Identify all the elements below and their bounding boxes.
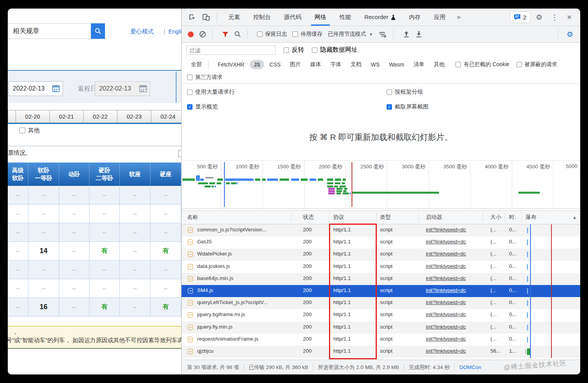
date-tab-partial[interactable] [8, 110, 16, 123]
checkbox-checked-icon[interactable]: ✓ [187, 104, 192, 110]
date-tab-02-23[interactable]: 02-23 [117, 110, 151, 123]
throttling-dropdown[interactable]: 已停用节流模式 ▼ [328, 31, 373, 38]
request-row-jquery.bgiframe.mi.js[interactable]: jquery.bgiframe.mi.js200http/1.1scriptin… [182, 309, 580, 321]
initiator-link[interactable]: init?linktypeid=dc [426, 348, 480, 354]
site-search-button[interactable] [91, 23, 105, 39]
capture-screenshots-checkbox[interactable]: ✓ 截取屏幕截图 [387, 103, 429, 110]
inspect-element-icon[interactable] [188, 13, 196, 21]
type-filter-JS[interactable]: JS [250, 60, 264, 69]
sort-ascending-icon[interactable]: ▲ [572, 215, 577, 220]
type-filter-全部[interactable]: 全部 [187, 59, 206, 70]
request-row-jquery.fly.min.js[interactable]: jquery.fly.min.js200http/1.1scriptinit?l… [182, 322, 580, 334]
close-devtools-icon[interactable]: × [562, 12, 576, 22]
network-conditions-icon[interactable] [378, 31, 387, 38]
devtools-tab-应用[interactable]: 应用 [427, 9, 452, 26]
filter-input[interactable]: 过滤 [186, 45, 276, 55]
request-row-queryLeftTicket_js.js?scriptV...[interactable]: queryLeftTicket_js.js?scriptV...200http/… [182, 297, 580, 309]
column-header-协议[interactable]: 协议 [333, 214, 344, 221]
initiator-link[interactable]: init?linktypeid=dc [426, 263, 480, 269]
type-filter-文档[interactable]: 文档 [347, 59, 366, 70]
column-header-瀑布[interactable]: 瀑布 [525, 214, 536, 221]
checkbox-icon[interactable] [455, 62, 461, 67]
site-search-input[interactable]: 相关规章 [9, 23, 91, 39]
request-row-base64js.min.js[interactable]: base64js.min.js200http/1.1scriptinit?lin… [182, 273, 580, 285]
more-options-icon[interactable]: ⋮ [548, 13, 562, 22]
devtools-tab-网络[interactable]: 网络 [308, 9, 333, 26]
type-filter-清单[interactable]: 清单 [410, 59, 428, 70]
initiator-link[interactable]: init?linktypeid=dc [426, 251, 480, 257]
date-tab-02-20[interactable]: 02-20 [16, 110, 50, 123]
blocked-cookies-checkbox[interactable]: 有已拦截的 Cookie [455, 61, 509, 68]
more-tabs-button[interactable]: » [453, 13, 464, 21]
blocked-requests-checkbox[interactable]: 被屏蔽的请求 [516, 61, 557, 68]
initiator-link[interactable]: init?linktypeid=dc [426, 287, 480, 293]
devtools-tab-Recorder[interactable]: Recorder [358, 9, 402, 26]
preserve-log-checkbox[interactable]: 保留日志 [257, 31, 287, 38]
checkbox-icon[interactable] [284, 47, 289, 53]
care-mode-link[interactable]: 爱心模式 [130, 28, 154, 35]
checkbox-icon[interactable] [187, 75, 192, 80]
network-settings-gear-icon[interactable]: ⚙ [562, 30, 580, 39]
hide-data-urls-checkbox[interactable]: 隐藏数据网址 [312, 46, 357, 54]
group-by-frame-checkbox[interactable]: 按框架分组 [387, 88, 423, 96]
filter-icon[interactable] [222, 31, 229, 37]
column-header-大小[interactable]: 大小 [490, 214, 501, 221]
settings-gear-icon[interactable]: ⚙ [531, 13, 547, 22]
checkbox-icon[interactable] [19, 128, 25, 133]
column-header-类型[interactable]: 类型 [380, 214, 391, 221]
devtools-tab-性能[interactable]: 性能 [333, 9, 358, 26]
type-filter-CSS[interactable]: CSS [266, 60, 285, 69]
initiator-link[interactable]: init?linktypeid=dc [426, 324, 480, 330]
column-header-启动器[interactable]: 启动器 [426, 214, 442, 221]
device-toolbar-icon[interactable] [202, 13, 210, 21]
request-row-qjzbjcu[interactable]: qjzbjcu200http/1.1scriptinit?linktypeid=… [182, 346, 580, 358]
search-network-icon[interactable] [234, 31, 241, 38]
request-row-GetJS[interactable]: GetJS200http/1.1scriptinit?linktypeid=dc… [182, 236, 580, 248]
initiator-link[interactable]: init?linktypeid=dc [426, 299, 480, 305]
initiator-link[interactable]: init?linktypeid=dc [426, 239, 480, 245]
request-row-data.jcokies.js[interactable]: data.jcokies.js200http/1.1scriptinit?lin… [182, 261, 580, 273]
column-header-名称[interactable]: 名称 [187, 214, 198, 221]
column-header-状态[interactable]: 状态 [303, 214, 314, 221]
import-har-icon[interactable] [403, 31, 410, 38]
type-filter-Wasm[interactable]: Wasm [385, 60, 408, 69]
request-row-requestAnimationFrame.js[interactable]: requestAnimationFrame.js200http/1.1scrip… [182, 334, 580, 346]
record-network-log-icon[interactable] [188, 31, 194, 37]
column-header-时.[interactable]: 时. [509, 214, 516, 221]
other-checkbox[interactable]: 其他 [19, 127, 40, 134]
checkbox-icon[interactable] [387, 89, 392, 95]
type-filter-其他[interactable]: 其他 [430, 59, 448, 70]
big-request-rows-checkbox[interactable]: 使用大量请求行 [187, 88, 235, 96]
type-filter-WS[interactable]: WS [367, 60, 384, 69]
initiator-link[interactable]: init?linktypeid=dc [426, 311, 480, 317]
checkbox-icon[interactable] [257, 31, 262, 37]
devtools-tab-控制台[interactable]: 控制台 [247, 9, 277, 26]
date-tab-02-24[interactable]: 02-24 [151, 110, 185, 123]
date-tab-02-22[interactable]: 02-22 [84, 110, 117, 123]
clear-network-log-icon[interactable] [199, 31, 206, 38]
date-tab-02-21[interactable]: 02-21 [50, 110, 84, 123]
third-party-checkbox[interactable]: 第三方请求 [187, 74, 222, 81]
network-overview-timeline[interactable]: 500 毫秒1000 毫秒1500 毫秒2000 毫秒2500 毫秒3000 毫… [182, 160, 580, 209]
issues-badge[interactable]: 2 [510, 11, 530, 23]
calendar-icon[interactable] [52, 85, 60, 92]
return-date-input[interactable]: 2022-02-13 [95, 81, 150, 96]
checkbox-checked-icon[interactable]: ✓ [387, 104, 392, 110]
disable-cache-checkbox[interactable]: 停用缓存 [292, 31, 322, 38]
request-row-SM4.js[interactable]: SM4.js200http/1.1scriptinit?linktypeid=d… [182, 285, 580, 297]
depart-date-input[interactable]: 2022-02-13 [9, 81, 63, 96]
type-filter-图片[interactable]: 图片 [286, 59, 305, 70]
checkbox-icon[interactable] [187, 89, 192, 95]
request-row-WdatePicker.js[interactable]: WdatePicker.js200http/1.1scriptinit?link… [182, 248, 580, 261]
calendar-icon[interactable] [139, 85, 147, 92]
initiator-link[interactable]: init?linktypeid=dc [426, 227, 480, 233]
type-filter-Fetch/XHR[interactable]: Fetch/XHR [214, 60, 248, 69]
checkbox-icon[interactable] [312, 47, 317, 53]
checkbox-icon[interactable] [516, 62, 522, 67]
initiator-link[interactable]: init?linktypeid=dc [426, 336, 480, 342]
initiator-link[interactable]: init?linktypeid=dc [426, 275, 480, 281]
export-har-icon[interactable] [415, 31, 422, 38]
checkbox-icon[interactable] [292, 31, 298, 37]
type-filter-媒体[interactable]: 媒体 [306, 59, 325, 70]
devtools-tab-元素[interactable]: 元素 [222, 9, 247, 26]
